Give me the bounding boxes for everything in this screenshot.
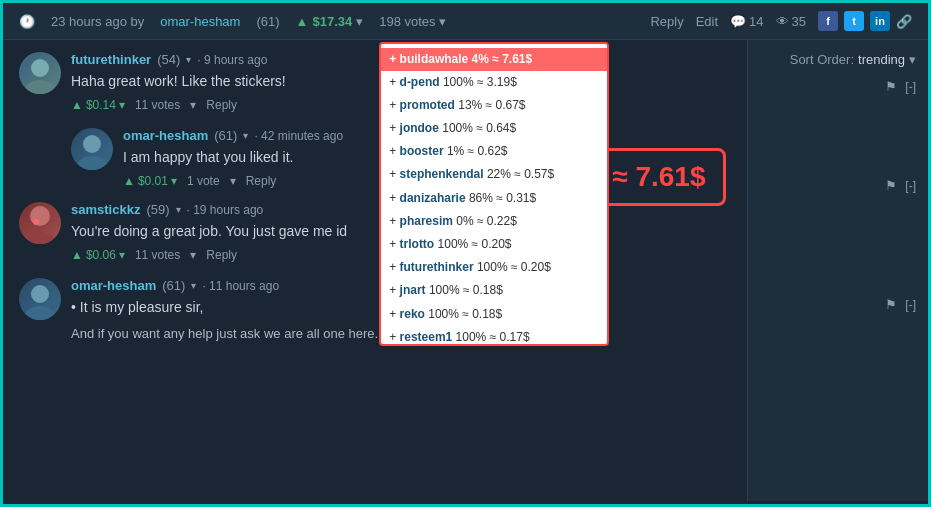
reply-button[interactable]: Reply xyxy=(650,14,683,29)
collapse-btn-2[interactable]: [-] xyxy=(905,179,916,193)
vote-item-promoted[interactable]: + promoted 13% ≈ 0.67$ xyxy=(381,94,607,117)
vote-item-pharesim[interactable]: + pharesim 0% ≈ 0.22$ xyxy=(381,210,607,233)
svg-point-1 xyxy=(25,80,55,94)
view-count-section: 👁 35 xyxy=(776,14,806,29)
upvote-section: ▲ $17.34 ▾ xyxy=(296,14,364,29)
vote-item-trlotto[interactable]: + trlotto 100% ≈ 0.20$ xyxy=(381,233,607,256)
commenter-chevron-3[interactable]: ▾ xyxy=(191,280,196,291)
vote-item-reko[interactable]: + reko 100% ≈ 0.18$ xyxy=(381,303,607,326)
comment-count: 14 xyxy=(749,14,763,29)
votes-list[interactable]: + buildawhale 4% ≈ 7.61$+ d-pend 100% ≈ … xyxy=(381,44,607,344)
svg-point-3 xyxy=(77,156,107,170)
votes-button[interactable]: 198 votes ▾ xyxy=(379,14,445,29)
upvote-1-amount: $0.14 xyxy=(86,98,116,112)
vote-item-buildawhale[interactable]: + buildawhale 4% ≈ 7.61$ xyxy=(381,48,607,71)
comment-3-time: · 11 hours ago xyxy=(202,279,279,293)
flag-collapse-row-3: ⚑ [-] xyxy=(760,297,916,312)
avatar-samstickkz xyxy=(19,202,61,244)
vote-item-jondoe[interactable]: + jondoe 100% ≈ 0.64$ xyxy=(381,117,607,140)
votes-label: 198 votes xyxy=(379,14,435,29)
vote-count-2: 11 votes xyxy=(135,248,180,262)
vote-count-chevron-sub1[interactable]: ▾ xyxy=(230,174,236,188)
author-link[interactable]: omar-hesham xyxy=(160,14,240,29)
top-bar-actions: Reply Edit 💬 14 👁 35 f t in 🔗 xyxy=(650,11,912,31)
upvote-arrow-icon[interactable]: ▲ xyxy=(296,14,309,29)
vote-count-chevron-2[interactable]: ▾ xyxy=(190,248,196,262)
commenter-chevron-2[interactable]: ▾ xyxy=(176,204,181,215)
votes-dropdown-wrapper[interactable]: 198 votes ▾ + buildawhale 4% ≈ 7.61$+ d-… xyxy=(379,14,445,29)
collapse-btn-1[interactable]: [-] xyxy=(905,80,916,94)
comments-section: futurethinker (54) ▾ · 9 hours ago Haha … xyxy=(3,40,748,501)
commenter-rep-sub1: (61) xyxy=(214,128,237,143)
sort-order-label: Sort Order: xyxy=(790,52,854,67)
svg-point-8 xyxy=(25,306,55,320)
collapse-btn-3[interactable]: [-] xyxy=(905,298,916,312)
comment-2: samstickkz (59) ▾ · 19 hours ago You're … xyxy=(19,202,731,262)
commenter-chevron-sub1[interactable]: ▾ xyxy=(243,130,248,141)
linkedin-icon[interactable]: in xyxy=(870,11,890,31)
sort-order: Sort Order: trending ▾ xyxy=(760,52,916,67)
vote-count-sub1: 1 vote xyxy=(187,174,220,188)
svg-point-2 xyxy=(83,135,101,153)
upvote-2-icon: ▲ xyxy=(71,248,83,262)
upvote-sub1-chevron[interactable]: ▾ xyxy=(171,174,177,188)
svg-point-7 xyxy=(31,285,49,303)
upvote-2-chevron[interactable]: ▾ xyxy=(119,248,125,262)
upvote-1-btn[interactable]: ▲ $0.14 ▾ xyxy=(71,98,125,112)
upvote-sub1-icon: ▲ xyxy=(123,174,135,188)
avatar-futurethinker xyxy=(19,52,61,94)
reply-1-btn[interactable]: Reply xyxy=(206,98,237,112)
vote-item-jnart[interactable]: + jnart 100% ≈ 0.18$ xyxy=(381,279,607,302)
svg-point-5 xyxy=(24,232,56,244)
vote-item-stephenkendal[interactable]: + stephenkendal 22% ≈ 0.57$ xyxy=(381,163,607,186)
reply-sub1-btn[interactable]: Reply xyxy=(246,174,277,188)
votes-chevron-icon: ▾ xyxy=(439,14,446,29)
commenter-samstickkz[interactable]: samstickkz xyxy=(71,202,140,217)
commenter-rep-2: (59) xyxy=(146,202,169,217)
upvote-sub1-btn[interactable]: ▲ $0.01 ▾ xyxy=(123,174,177,188)
sort-chevron-icon[interactable]: ▾ xyxy=(909,52,916,67)
facebook-icon[interactable]: f xyxy=(818,11,838,31)
commenter-omar-1[interactable]: omar-hesham xyxy=(123,128,208,143)
link-icon[interactable]: 🔗 xyxy=(896,14,912,29)
flag-collapse-row-1: ⚑ [-] xyxy=(760,79,916,94)
flag-icon-2[interactable]: ⚑ xyxy=(885,178,897,193)
flag-icon-3[interactable]: ⚑ xyxy=(885,297,897,312)
vote-count-chevron-1[interactable]: ▾ xyxy=(190,98,196,112)
sidebar: Sort Order: trending ▾ ⚑ [-] ⚑ [-] ⚑ [-] xyxy=(748,40,928,501)
comment-1-time: · 9 hours ago xyxy=(197,53,267,67)
comment-3: omar-hesham (61) ▾ · 11 hours ago • It i… xyxy=(19,278,731,350)
flag-icon-1[interactable]: ⚑ xyxy=(885,79,897,94)
sort-order-value: trending xyxy=(858,52,905,67)
top-bar: 🕐 23 hours ago by omar-hesham (61) ▲ $17… xyxy=(3,3,928,40)
commenter-rep-1: (54) xyxy=(157,52,180,67)
reply-2-btn[interactable]: Reply xyxy=(206,248,237,262)
commenter-omar-2[interactable]: omar-hesham xyxy=(71,278,156,293)
post-time: 23 hours ago by xyxy=(51,14,144,29)
vote-item-booster[interactable]: + booster 1% ≈ 0.62$ xyxy=(381,140,607,163)
avatar-omar-1 xyxy=(71,128,113,170)
upvote-2-btn[interactable]: ▲ $0.06 ▾ xyxy=(71,248,125,262)
vote-item-futurethinker[interactable]: + futurethinker 100% ≈ 0.20$ xyxy=(381,256,607,279)
votes-dropdown[interactable]: + buildawhale 4% ≈ 7.61$+ d-pend 100% ≈ … xyxy=(379,42,609,346)
vote-item-d-pend[interactable]: + d-pend 100% ≈ 3.19$ xyxy=(381,71,607,94)
social-icons: f t in 🔗 xyxy=(818,11,912,31)
commenter-futurethinker[interactable]: futurethinker xyxy=(71,52,151,67)
edit-button[interactable]: Edit xyxy=(696,14,718,29)
upvote-1-icon: ▲ xyxy=(71,98,83,112)
vote-item-danizaharie[interactable]: + danizaharie 86% ≈ 0.31$ xyxy=(381,187,607,210)
amount-chevron[interactable]: ▾ xyxy=(356,14,363,29)
twitter-icon[interactable]: t xyxy=(844,11,864,31)
comment-bubble-icon: 💬 xyxy=(730,14,746,29)
vote-item-resteem1[interactable]: + resteem1 100% ≈ 0.17$ xyxy=(381,326,607,344)
post-amount: $17.34 xyxy=(312,14,352,29)
flag-collapse-row-2: ⚑ [-] xyxy=(760,178,916,193)
comment-2-time: · 19 hours ago xyxy=(187,203,264,217)
vote-count-1: 11 votes xyxy=(135,98,180,112)
author-rep: (61) xyxy=(256,14,279,29)
comment-count-section: 💬 14 xyxy=(730,14,763,29)
upvote-1-chevron[interactable]: ▾ xyxy=(119,98,125,112)
sub-comment-1-time: · 42 minutes ago xyxy=(254,129,343,143)
commenter-chevron-1[interactable]: ▾ xyxy=(186,54,191,65)
svg-point-4 xyxy=(30,206,50,226)
